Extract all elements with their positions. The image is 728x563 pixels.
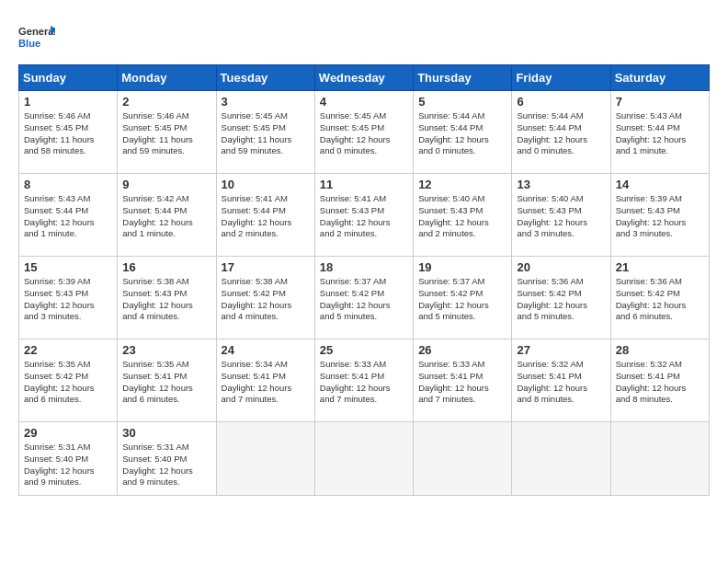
- dow-header-sunday: Sunday: [19, 65, 118, 91]
- day-number: 28: [616, 343, 704, 357]
- svg-text:General: General: [18, 26, 55, 37]
- day-info: Sunrise: 5:40 AMSunset: 5:43 PMDaylight:…: [418, 193, 506, 240]
- calendar-cell: 25 Sunrise: 5:33 AMSunset: 5:41 PMDaylig…: [314, 339, 413, 422]
- day-info: Sunrise: 5:33 AMSunset: 5:41 PMDaylight:…: [418, 359, 506, 406]
- day-number: 27: [517, 343, 605, 357]
- day-info: Sunrise: 5:37 AMSunset: 5:42 PMDaylight:…: [320, 276, 408, 323]
- day-of-week-row: SundayMondayTuesdayWednesdayThursdayFrid…: [19, 65, 710, 91]
- week-row-4: 22 Sunrise: 5:35 AMSunset: 5:42 PMDaylig…: [19, 339, 710, 422]
- day-number: 3: [222, 95, 310, 109]
- calendar-table: SundayMondayTuesdayWednesdayThursdayFrid…: [18, 64, 710, 496]
- day-number: 12: [418, 178, 506, 191]
- calendar-cell: 10 Sunrise: 5:41 AMSunset: 5:44 PMDaylig…: [216, 174, 314, 257]
- day-number: 29: [24, 426, 112, 440]
- calendar-cell: [216, 422, 314, 496]
- day-info: Sunrise: 5:32 AMSunset: 5:41 PMDaylight:…: [616, 359, 704, 406]
- day-number: 16: [122, 260, 210, 274]
- day-number: 4: [320, 95, 408, 109]
- calendar-cell: 19 Sunrise: 5:37 AMSunset: 5:42 PMDaylig…: [414, 257, 512, 339]
- day-info: Sunrise: 5:46 AMSunset: 5:45 PMDaylight:…: [122, 110, 210, 157]
- day-info: Sunrise: 5:37 AMSunset: 5:42 PMDaylight:…: [418, 276, 506, 323]
- day-number: 18: [320, 260, 408, 274]
- day-number: 23: [122, 343, 210, 357]
- day-number: 22: [24, 343, 112, 357]
- week-row-5: 29 Sunrise: 5:31 AMSunset: 5:40 PMDaylig…: [19, 422, 710, 496]
- calendar-cell: [610, 422, 709, 496]
- calendar-cell: 18 Sunrise: 5:37 AMSunset: 5:42 PMDaylig…: [314, 257, 413, 339]
- day-number: 7: [616, 95, 704, 109]
- day-number: 8: [24, 178, 112, 191]
- calendar-cell: 2 Sunrise: 5:46 AMSunset: 5:45 PMDayligh…: [118, 91, 216, 174]
- day-info: Sunrise: 5:45 AMSunset: 5:45 PMDaylight:…: [222, 110, 310, 157]
- calendar-cell: 4 Sunrise: 5:45 AMSunset: 5:45 PMDayligh…: [314, 91, 413, 174]
- calendar-cell: 12 Sunrise: 5:40 AMSunset: 5:43 PMDaylig…: [414, 174, 512, 257]
- calendar-cell: [414, 422, 512, 496]
- calendar-cell: 21 Sunrise: 5:36 AMSunset: 5:42 PMDaylig…: [610, 257, 709, 339]
- calendar-cell: 16 Sunrise: 5:38 AMSunset: 5:43 PMDaylig…: [118, 257, 216, 339]
- day-info: Sunrise: 5:44 AMSunset: 5:44 PMDaylight:…: [517, 110, 605, 157]
- dow-header-friday: Friday: [512, 65, 610, 91]
- calendar-cell: 3 Sunrise: 5:45 AMSunset: 5:45 PMDayligh…: [216, 91, 314, 174]
- day-info: Sunrise: 5:44 AMSunset: 5:44 PMDaylight:…: [418, 110, 506, 157]
- day-number: 10: [222, 178, 310, 191]
- day-info: Sunrise: 5:38 AMSunset: 5:43 PMDaylight:…: [122, 276, 210, 323]
- dow-header-wednesday: Wednesday: [314, 65, 413, 91]
- logo: General Blue: [18, 18, 55, 55]
- day-info: Sunrise: 5:34 AMSunset: 5:41 PMDaylight:…: [222, 359, 310, 406]
- week-row-2: 8 Sunrise: 5:43 AMSunset: 5:44 PMDayligh…: [19, 174, 710, 257]
- logo-bird-icon: General Blue: [18, 18, 55, 55]
- day-info: Sunrise: 5:35 AMSunset: 5:42 PMDaylight:…: [24, 359, 112, 406]
- day-info: Sunrise: 5:39 AMSunset: 5:43 PMDaylight:…: [24, 276, 112, 323]
- day-info: Sunrise: 5:35 AMSunset: 5:41 PMDaylight:…: [122, 359, 210, 406]
- day-info: Sunrise: 5:46 AMSunset: 5:45 PMDaylight:…: [24, 110, 112, 157]
- day-number: 17: [222, 260, 310, 274]
- page-header: General Blue: [18, 18, 710, 55]
- day-number: 1: [24, 95, 112, 109]
- day-number: 20: [517, 260, 605, 274]
- calendar-cell: [512, 422, 610, 496]
- calendar-cell: 27 Sunrise: 5:32 AMSunset: 5:41 PMDaylig…: [512, 339, 610, 422]
- day-info: Sunrise: 5:43 AMSunset: 5:44 PMDaylight:…: [24, 193, 112, 240]
- day-info: Sunrise: 5:41 AMSunset: 5:44 PMDaylight:…: [222, 193, 310, 240]
- calendar-cell: 7 Sunrise: 5:43 AMSunset: 5:44 PMDayligh…: [610, 91, 709, 174]
- day-info: Sunrise: 5:42 AMSunset: 5:44 PMDaylight:…: [122, 193, 210, 240]
- day-number: 30: [122, 426, 210, 440]
- day-info: Sunrise: 5:31 AMSunset: 5:40 PMDaylight:…: [122, 442, 210, 488]
- week-row-1: 1 Sunrise: 5:46 AMSunset: 5:45 PMDayligh…: [19, 91, 710, 174]
- calendar-cell: 5 Sunrise: 5:44 AMSunset: 5:44 PMDayligh…: [414, 91, 512, 174]
- day-number: 19: [418, 260, 506, 274]
- day-info: Sunrise: 5:31 AMSunset: 5:40 PMDaylight:…: [24, 442, 112, 488]
- calendar-cell: 17 Sunrise: 5:38 AMSunset: 5:42 PMDaylig…: [216, 257, 314, 339]
- calendar-cell: 13 Sunrise: 5:40 AMSunset: 5:43 PMDaylig…: [512, 174, 610, 257]
- calendar-cell: 26 Sunrise: 5:33 AMSunset: 5:41 PMDaylig…: [414, 339, 512, 422]
- calendar-cell: 20 Sunrise: 5:36 AMSunset: 5:42 PMDaylig…: [512, 257, 610, 339]
- calendar-cell: 28 Sunrise: 5:32 AMSunset: 5:41 PMDaylig…: [610, 339, 709, 422]
- day-number: 2: [122, 95, 210, 109]
- day-number: 5: [418, 95, 506, 109]
- day-info: Sunrise: 5:41 AMSunset: 5:43 PMDaylight:…: [320, 193, 408, 240]
- calendar-cell: [314, 422, 413, 496]
- dow-header-monday: Monday: [118, 65, 216, 91]
- day-info: Sunrise: 5:36 AMSunset: 5:42 PMDaylight:…: [616, 276, 704, 323]
- dow-header-thursday: Thursday: [414, 65, 512, 91]
- day-number: 21: [616, 260, 704, 274]
- dow-header-tuesday: Tuesday: [216, 65, 314, 91]
- dow-header-saturday: Saturday: [610, 65, 709, 91]
- calendar-cell: 22 Sunrise: 5:35 AMSunset: 5:42 PMDaylig…: [19, 339, 118, 422]
- calendar-cell: 1 Sunrise: 5:46 AMSunset: 5:45 PMDayligh…: [19, 91, 118, 174]
- day-info: Sunrise: 5:32 AMSunset: 5:41 PMDaylight:…: [517, 359, 605, 406]
- calendar-cell: 8 Sunrise: 5:43 AMSunset: 5:44 PMDayligh…: [19, 174, 118, 257]
- calendar-cell: 29 Sunrise: 5:31 AMSunset: 5:40 PMDaylig…: [19, 422, 118, 496]
- day-info: Sunrise: 5:40 AMSunset: 5:43 PMDaylight:…: [517, 193, 605, 240]
- week-row-3: 15 Sunrise: 5:39 AMSunset: 5:43 PMDaylig…: [19, 257, 710, 339]
- day-number: 6: [517, 95, 605, 109]
- calendar-cell: 6 Sunrise: 5:44 AMSunset: 5:44 PMDayligh…: [512, 91, 610, 174]
- day-number: 11: [320, 178, 408, 191]
- calendar-cell: 14 Sunrise: 5:39 AMSunset: 5:43 PMDaylig…: [610, 174, 709, 257]
- calendar-cell: 11 Sunrise: 5:41 AMSunset: 5:43 PMDaylig…: [314, 174, 413, 257]
- calendar-cell: 24 Sunrise: 5:34 AMSunset: 5:41 PMDaylig…: [216, 339, 314, 422]
- svg-text:Blue: Blue: [18, 38, 40, 49]
- calendar-cell: 9 Sunrise: 5:42 AMSunset: 5:44 PMDayligh…: [118, 174, 216, 257]
- day-info: Sunrise: 5:39 AMSunset: 5:43 PMDaylight:…: [616, 193, 704, 240]
- day-info: Sunrise: 5:38 AMSunset: 5:42 PMDaylight:…: [222, 276, 310, 323]
